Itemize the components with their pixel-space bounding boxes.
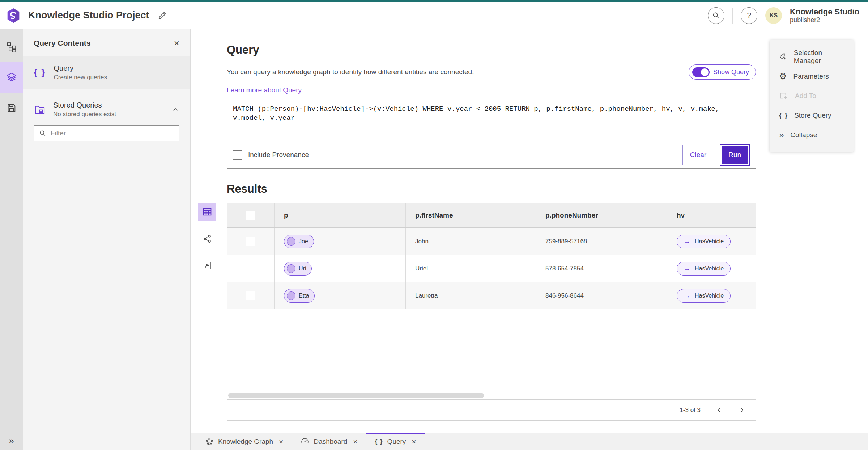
row-checkbox[interactable] (246, 264, 255, 273)
column-header-p[interactable]: p (274, 203, 405, 227)
left-icon-rail: » (0, 29, 23, 450)
rail-item-hierarchy[interactable] (0, 32, 23, 62)
arrow-right-icon: → (684, 265, 690, 273)
collapse-panel-button[interactable]: » Collapse (770, 125, 854, 145)
app-logo-icon[interactable] (5, 7, 22, 24)
edge-pill[interactable]: → HasVehicle (677, 289, 731, 303)
row-checkbox[interactable] (246, 291, 255, 300)
header-divider (732, 8, 733, 24)
clear-button[interactable]: Clear (682, 145, 714, 165)
query-item-title: Query (54, 64, 107, 72)
knowledge-graph-icon (205, 437, 214, 446)
hierarchy-icon (6, 42, 17, 52)
table-view-button[interactable] (198, 203, 216, 221)
action-label: Add To (795, 92, 816, 100)
graph-view-button[interactable] (198, 230, 216, 248)
table-row: Uri Uriel 578-654-7854 → HasVehicle (227, 255, 756, 282)
tab-label: Query (387, 438, 406, 446)
node-label: Etta (299, 293, 309, 299)
cell-phone: 846-956-8644 (536, 282, 667, 309)
show-query-label: Show Query (713, 68, 749, 76)
node-label: Joe (299, 238, 308, 245)
column-header-phonenumber[interactable]: p.phoneNumber (536, 203, 667, 227)
cell-firstname: John (405, 228, 536, 255)
help-button[interactable]: ? (741, 7, 757, 24)
table-header-row: p p.firstName p.phoneNumber hv (227, 203, 756, 228)
table-empty-area (227, 309, 756, 392)
column-header-firstname[interactable]: p.firstName (405, 203, 536, 227)
run-button[interactable]: Run (720, 144, 750, 166)
node-icon (287, 291, 295, 300)
node-icon (287, 237, 295, 246)
close-panel-button[interactable]: × (174, 38, 179, 48)
save-icon (6, 102, 17, 113)
rail-item-save[interactable] (0, 93, 23, 123)
stored-queries-header[interactable]: Stored Queries No stored queries exist (23, 94, 190, 122)
query-list-item[interactable]: { } Query Create new queries (23, 56, 190, 89)
filter-input[interactable] (51, 129, 174, 137)
close-tab-icon[interactable]: × (412, 437, 416, 446)
selection-manager-button[interactable]: Selection Manager (770, 47, 854, 67)
collapse-icon: » (779, 130, 784, 140)
chart-view-button[interactable] (198, 256, 216, 274)
learn-more-link[interactable]: Learn more about Query (227, 86, 302, 94)
query-form: MATCH (p:Person)-[hv:HasVehicle]->(v:Veh… (227, 100, 756, 169)
chevron-up-icon[interactable] (171, 106, 179, 114)
tab-knowledge-graph[interactable]: Knowledge Graph × (196, 433, 292, 450)
stored-queries-title: Stored Queries (53, 101, 164, 109)
scrollbar-thumb[interactable] (228, 393, 484, 398)
action-label: Collapse (790, 131, 817, 139)
search-icon (712, 11, 720, 20)
add-to-icon (779, 91, 788, 101)
bottom-tab-bar: Knowledge Graph × Dashboard × { } Query … (191, 433, 868, 450)
horizontal-scrollbar (227, 392, 756, 399)
results-table: p p.firstName p.phoneNumber hv Joe John (227, 203, 756, 421)
store-query-button[interactable]: { } Store Query (770, 106, 854, 125)
column-header-hv[interactable]: hv (667, 203, 756, 227)
node-pill[interactable]: Joe (284, 235, 314, 248)
select-all-checkbox[interactable] (246, 211, 255, 220)
tab-query[interactable]: { } Query × (366, 433, 425, 450)
braces-icon: { } (375, 438, 383, 445)
edge-label: HasVehicle (695, 265, 724, 272)
user-name: publisher2 (790, 16, 859, 24)
edge-label: HasVehicle (695, 238, 724, 245)
pencil-icon (157, 10, 167, 21)
cell-phone: 759-889-57168 (536, 228, 667, 255)
previous-page-button[interactable] (713, 404, 726, 417)
node-pill[interactable]: Etta (284, 289, 315, 303)
stored-queries-subtitle: No stored queries exist (53, 111, 164, 118)
edge-pill[interactable]: → HasVehicle (677, 235, 731, 248)
tab-dashboard[interactable]: Dashboard × (292, 433, 366, 450)
include-provenance-checkbox[interactable] (233, 150, 242, 160)
edit-title-button[interactable] (157, 10, 167, 21)
tab-label: Dashboard (314, 438, 347, 446)
user-avatar[interactable]: KS (765, 7, 782, 24)
layers-icon (6, 72, 17, 83)
stored-queries-filter (34, 125, 179, 141)
query-page-title: Query (227, 43, 756, 56)
add-to-button[interactable]: Add To (770, 86, 854, 106)
gear-icon: ⚙ (779, 71, 787, 81)
close-tab-icon[interactable]: × (353, 437, 357, 446)
selection-manager-icon (779, 52, 787, 62)
user-info: Knowledge Studio publisher2 (790, 7, 859, 24)
parameters-button[interactable]: ⚙ Parameters (770, 67, 854, 86)
toggle-switch[interactable] (692, 67, 710, 77)
row-checkbox[interactable] (246, 237, 255, 246)
product-name: Knowledge Studio (790, 7, 859, 16)
folder-icon (34, 104, 46, 116)
edge-pill[interactable]: → HasVehicle (677, 262, 731, 276)
arrow-right-icon: → (684, 292, 690, 300)
close-tab-icon[interactable]: × (279, 437, 283, 446)
next-page-button[interactable] (735, 404, 748, 417)
expand-rail-button[interactable]: » (0, 435, 23, 446)
cell-phone: 578-654-7854 (536, 255, 667, 282)
query-editor[interactable]: MATCH (p:Person)-[hv:HasVehicle]->(v:Veh… (227, 100, 756, 141)
search-button[interactable] (708, 7, 724, 24)
show-query-toggle[interactable]: Show Query (689, 64, 756, 80)
panel-title: Query Contents (34, 39, 91, 47)
rail-item-layers[interactable] (0, 62, 23, 93)
include-provenance-label: Include Provenance (248, 151, 309, 159)
node-pill[interactable]: Uri (284, 262, 312, 276)
